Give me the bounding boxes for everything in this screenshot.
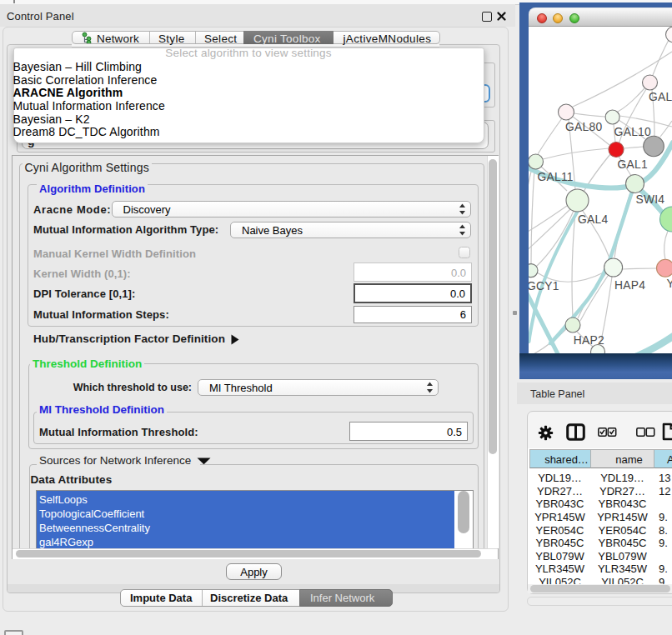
svg-text:GAL4: GAL4 bbox=[578, 213, 609, 226]
svg-text:GCY1: GCY1 bbox=[529, 280, 559, 292]
svg-text:GAL80: GAL80 bbox=[565, 121, 602, 133]
svg-text:YGL3: YGL3 bbox=[667, 278, 672, 290]
svg-text:GAL11: GAL11 bbox=[537, 171, 573, 183]
svg-text:GAL1: GAL1 bbox=[618, 158, 648, 171]
svg-text:GAL10: GAL10 bbox=[614, 126, 651, 138]
svg-text:GAL7: GAL7 bbox=[649, 91, 672, 103]
svg-text:HAP2: HAP2 bbox=[574, 334, 604, 347]
svg-text:SWI4: SWI4 bbox=[635, 193, 664, 206]
svg-text:HAP4: HAP4 bbox=[614, 279, 645, 292]
